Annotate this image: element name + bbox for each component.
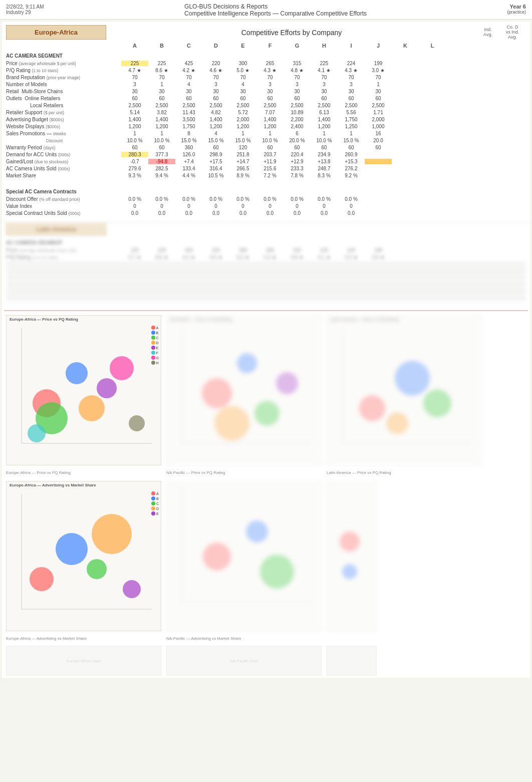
local-f: 2,500 [256,103,284,108]
brand-coind [468,75,495,80]
price-j: 199 [365,61,392,66]
column-headers: A B C D E F G H I J K L [117,42,530,50]
price-l [419,61,446,66]
online-h: 60 [311,96,338,101]
dem-g: 220.4 [284,152,311,157]
rs-k [392,110,419,115]
retail-multi-a: 30 [121,89,148,94]
gl-g: +12.9 [284,159,311,164]
gl-d: +17.5 [202,159,229,164]
value-index-label: Value Index [6,203,121,209]
models-b: 1 [148,82,175,87]
blurred-price-row: Price (average wholesale $ per unit) 225… [6,247,526,254]
models-d: 3 [202,82,229,87]
svg-point-9 [129,415,145,431]
special-contracts-title: Special AC Camera Contracts [6,187,121,195]
online-d: 60 [202,96,229,101]
website-row: Website Displays ($000s) 1,200 1,200 1,7… [6,123,526,130]
svg-point-16 [276,372,298,394]
vi-h: 0 [311,203,338,209]
value-index-row: Value Index 0 0 0 0 0 0 0 0 0 [6,203,526,210]
brand-a: 70 [121,75,148,80]
scu-k [392,210,419,216]
sales-promo-discount-row: Discount 10.0 % 10.0 % 15.0 % 15.0 % 15.… [6,137,526,144]
spw-e: 1 [229,131,256,136]
retail-multi-f: 30 [256,89,284,94]
brand-rep-label: Brand Reputation (prior-year image) [6,75,121,80]
local-e: 2,500 [229,103,256,108]
pq-c: 4.2 ★ [175,68,202,73]
models-c: 4 [175,82,202,87]
svg-point-36 [342,564,357,579]
ab-i: 1,750 [338,117,365,122]
ab-k [392,117,419,122]
acu-j [365,166,392,171]
blurred-second-region: Latin America AC CAMERA SEGMENT Price (a… [2,222,530,302]
rs-coind [468,110,495,115]
chart4-title: Europe-Africa — Advertising vs Market Sh… [7,481,161,489]
website-values: 1,200 1,200 1,750 1,200 1,200 1,200 2,40… [121,124,526,129]
ind-avg-header: Industry 29 Ind.Avg. [477,27,499,37]
discount-offer-values: 0.0 % 0.0 % 0.0 % 0.0 % 0.0 % 0.0 % 0.0 … [121,196,526,202]
price-coind [468,61,495,66]
camera-segment-title: AC CAMERA SEGMENT [6,51,121,60]
wp-coind [468,145,495,150]
footer-chart-3 [327,646,377,676]
price-c: 425 [175,61,202,66]
spw-f: 1 [256,131,284,136]
ab-h: 1,400 [311,117,338,122]
wp-c: 360 [175,145,202,150]
wd-k [392,124,419,129]
models-label: Number of Models [6,82,121,87]
models-l [419,82,446,87]
acu-f: 215.6 [256,166,284,171]
col-l: L [419,42,446,50]
dem-l [419,152,446,157]
scu-b: 0.0 [148,210,175,216]
models-row: Number of Models 3 1 4 3 4 3 3 3 3 1 [6,81,526,88]
chart-labels-row2: Europe-Africa — Advertising vs Market Sh… [4,635,528,646]
online-l [419,96,446,101]
retail-multi-b: 30 [148,89,175,94]
retail-multi-values: 30 30 30 30 30 30 30 30 30 30 [121,89,526,94]
do-h: 0.0 % [311,196,338,202]
sales-promo-label: Sales Promotions — Weeks [6,131,121,136]
brand-i: 70 [338,75,365,80]
scu-h: 0.0 [311,210,338,216]
models-g: 3 [284,82,311,87]
header-wrapper: Europe-Africa Competitive Efforts by Com… [2,22,530,42]
svg-point-6 [97,378,117,398]
wp-g: 60 [284,145,311,150]
discount-offer-label: Discount Offer (% off standard price) [6,196,121,202]
ab-e: 2,000 [229,117,256,122]
do-f: 0.0 % [256,196,284,202]
brand-ind [446,75,468,80]
retail-multi-j: 30 [365,89,392,94]
ms-e: 8.9 % [229,173,256,178]
rs-l [419,110,446,115]
models-coind [468,82,495,87]
col-c: C [175,42,202,50]
dem-j [365,152,392,157]
acu-c: 133.4 [175,166,202,171]
ms-f: 7.2 % [256,173,284,178]
ab-ind [446,117,468,122]
bubble-chart-6 [327,481,377,631]
pq-g: 4.8 ★ [284,68,311,73]
dem-h: 234.9 [311,152,338,157]
svg-point-3 [66,362,88,384]
scu-g: 0.0 [284,210,311,216]
col-j: J [365,42,392,50]
pq-a: 4.7 ★ [121,68,148,73]
col-b: B [148,42,175,50]
demand-row: Demand for ACC Units (000s) 280.3 377.3 … [6,151,526,158]
svg-point-14 [254,401,280,426]
local-k [392,103,419,108]
rs-a: 5.14 [121,110,148,115]
do-l [419,196,446,202]
ac-camera-units-row: AC Camera Units Sold (000s) 279.6 282.5 … [6,165,526,172]
rs-d: 4.82 [202,110,229,115]
wd-f: 1,200 [256,124,284,129]
do-g: 0.0 % [284,196,311,202]
retail-multi-l [419,89,446,94]
